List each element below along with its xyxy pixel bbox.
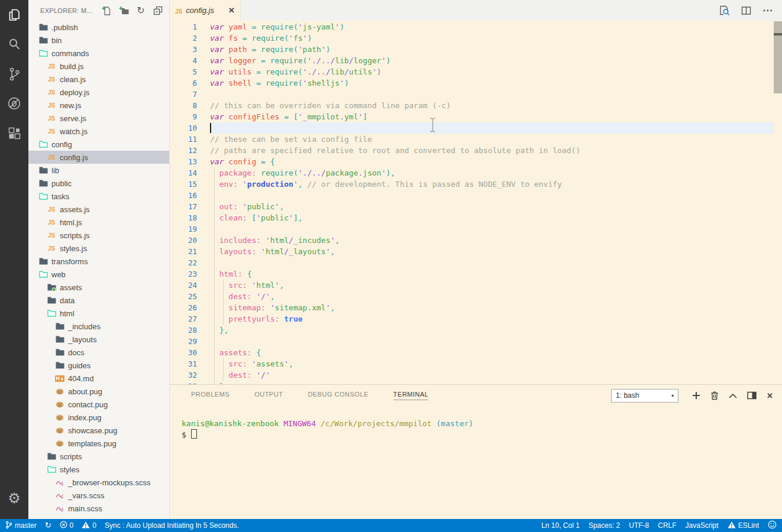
code-text[interactable] (210, 336, 774, 347)
tree-item[interactable]: 404.md (28, 372, 169, 385)
tree-item[interactable]: assets (28, 281, 169, 294)
tree-item[interactable]: scripts (28, 450, 169, 463)
code-text[interactable]: includes: 'html/_incudes', (210, 235, 774, 246)
code-text[interactable] (210, 257, 774, 268)
tree-item[interactable]: docs (28, 346, 169, 359)
maximize-panel-button[interactable] (729, 393, 737, 398)
code-text[interactable]: }, (210, 325, 774, 336)
code-text[interactable] (210, 122, 774, 134)
status-warnings[interactable]: 0 (82, 521, 96, 530)
status-errors[interactable]: 0 (60, 521, 74, 530)
tree-item[interactable]: transforms (28, 255, 169, 268)
tree-item[interactable]: lib (28, 164, 169, 177)
code-editor[interactable]: 1var yaml = require('js-yaml')2var fs = … (170, 21, 782, 384)
code-text[interactable]: clean: ['public'], (210, 212, 774, 223)
tree-item[interactable]: tasks (28, 190, 169, 203)
terminal-output[interactable]: kanis@kanishk-zenbook MINGW64 /c/Work/pr… (170, 406, 782, 440)
tree-item[interactable]: guides (28, 359, 169, 372)
tree-item[interactable]: JSwatch.js (28, 125, 169, 138)
activity-extensions[interactable] (0, 119, 28, 149)
status-sync-status[interactable]: Sync : Auto Upload Initiating In 5 Secon… (105, 521, 239, 530)
tree-item[interactable]: commands (28, 47, 169, 60)
tree-item[interactable]: JSnew.js (28, 99, 169, 112)
tree-item[interactable]: _vars.scss (28, 489, 169, 502)
code-text[interactable] (210, 190, 774, 201)
code-text[interactable]: env: 'production', // or development. Th… (210, 179, 774, 190)
code-text[interactable]: var config = { (210, 156, 774, 167)
tree-item[interactable]: config (28, 138, 169, 151)
code-text[interactable]: // paths are specified relative to root … (210, 145, 774, 156)
tree-item[interactable]: data (28, 294, 169, 307)
tree-item[interactable]: _browser-mockups.scss (28, 476, 169, 489)
code-text[interactable]: var yaml = require('js-yaml') (210, 21, 774, 33)
activity-search[interactable] (0, 31, 28, 60)
tree-item[interactable]: JSstyles.js (28, 242, 169, 255)
close-icon[interactable]: ✕ (228, 6, 235, 15)
status-sync[interactable]: ↻ (45, 521, 51, 530)
tree-item[interactable]: templates.pug (28, 437, 169, 450)
panel-tab-debug-console[interactable]: DEBUG CONSOLE (308, 391, 368, 400)
status-indentation[interactable]: Spaces: 2 (589, 521, 620, 530)
tree-item[interactable]: about.pug (28, 385, 169, 398)
code-text[interactable]: dest: '/', (210, 291, 774, 302)
code-text[interactable]: sitemap: 'sitemap.xml', (210, 302, 774, 313)
code-text[interactable]: // these can be set via config file (210, 134, 774, 145)
code-text[interactable] (210, 223, 774, 235)
tree-item[interactable]: JShtml.js (28, 216, 169, 229)
terminal-select[interactable]: 1: bash ▾ (611, 389, 678, 403)
code-text[interactable]: var utils = require('./../lib/utils') (210, 66, 774, 77)
tree-item[interactable]: JSbuild.js (28, 60, 169, 73)
tree-item[interactable]: _layouts (28, 333, 169, 346)
activity-source-control[interactable] (0, 60, 28, 90)
split-editor-button[interactable] (741, 6, 751, 15)
code-text[interactable]: dest: '/' (210, 369, 774, 381)
panel-tab-problems[interactable]: PROBLEMS (191, 391, 230, 400)
tab-config-js[interactable]: JS config.js ✕ (170, 0, 241, 21)
tree-item[interactable]: JSconfig.js (28, 151, 169, 164)
tree-item[interactable]: JSscripts.js (28, 229, 169, 242)
tree-item[interactable]: web (28, 268, 169, 281)
tree-item[interactable]: showcase.pug (28, 424, 169, 437)
more-actions-button[interactable]: ⋯ (762, 4, 773, 17)
tree-item[interactable]: bin (28, 34, 169, 47)
tree-item[interactable]: _includes (28, 320, 169, 333)
code-text[interactable]: src: 'assets', (210, 358, 774, 369)
open-search-button[interactable] (719, 5, 730, 16)
status-eslint[interactable]: ESLint (728, 521, 759, 530)
activity-debug[interactable] (0, 90, 28, 119)
code-text[interactable]: // this can be overriden via command lin… (210, 100, 774, 111)
code-text[interactable]: var configFiles = ['_mmpilot.yml'] (210, 111, 774, 122)
code-text[interactable]: layouts: 'html/_layouts', (210, 246, 774, 257)
tree-item[interactable]: .publish (28, 21, 169, 34)
collapse-all-button[interactable] (153, 5, 163, 16)
panel-tab-terminal[interactable]: TERMINAL (393, 391, 429, 400)
status-eol[interactable]: CRLF (658, 521, 676, 530)
code-text[interactable]: html: { (210, 268, 774, 280)
tree-item[interactable]: index.pug (28, 411, 169, 424)
tree-item[interactable]: styles (28, 463, 169, 476)
code-text[interactable]: var shell = require('shelljs') (210, 77, 774, 89)
activity-settings[interactable]: ⚙ (0, 484, 28, 513)
tree-item[interactable]: public (28, 177, 169, 190)
tree-item[interactable]: JSserve.js (28, 112, 169, 125)
refresh-button[interactable]: ↻ (135, 5, 146, 16)
code-text[interactable] (210, 89, 774, 100)
tree-item[interactable]: main.scss (28, 502, 169, 515)
kill-terminal-button[interactable] (710, 391, 719, 400)
activity-explorer[interactable] (0, 1, 28, 31)
status-git-branch[interactable]: master (5, 521, 37, 531)
close-panel-button[interactable]: ✕ (767, 391, 773, 400)
tree-item[interactable]: JSclean.js (28, 73, 169, 86)
status-cursor-position[interactable]: Ln 10, Col 1 (541, 521, 580, 530)
scrollbar-thumb[interactable] (774, 21, 782, 93)
code-text[interactable]: out: 'public', (210, 201, 774, 212)
editor-scrollbar[interactable] (774, 21, 782, 384)
panel-tab-output[interactable]: OUTPUT (254, 391, 283, 400)
tree-item[interactable]: contact.pug (28, 398, 169, 411)
code-text[interactable]: var fs = require('fs') (210, 33, 774, 44)
tree-item[interactable]: html (28, 307, 169, 320)
tree-item[interactable]: JSdeploy.js (28, 86, 169, 99)
panel-position-button[interactable] (747, 391, 757, 400)
new-file-button[interactable] (101, 5, 112, 16)
new-folder-button[interactable] (118, 5, 129, 16)
